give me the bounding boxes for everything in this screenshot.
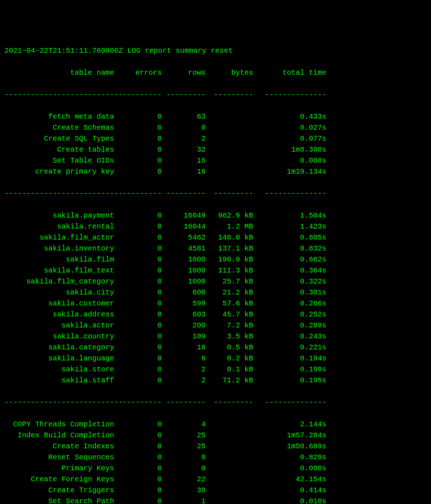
cell-name: sakila.actor [4,320,114,331]
cell-rows: 30 [162,485,206,496]
cell-bytes: 146.0 kB [206,232,253,243]
cell-bytes: 45.7 kB [206,309,253,320]
cell-bytes: 57.6 kB [206,298,253,309]
cell-errors: 0 [114,122,162,133]
section-tables: sakila.payment 0 16049 962.9 kB 1.504ssa… [4,210,427,386]
cell-bytes [206,474,253,485]
cell-errors: 0 [114,331,162,342]
cell-time: 0.199s [253,364,326,375]
cell-bytes [206,463,253,474]
cell-name: Create Triggers [4,485,114,496]
cell-time: 2.144s [253,419,326,430]
table-row: sakila.staff 0 2 71.2 kB 0.195s [4,375,427,386]
cell-rows: 32 [162,144,206,155]
header-errors: errors [114,67,162,78]
cell-rows: 4 [162,419,206,430]
cell-errors: 0 [114,342,162,353]
cell-time: 0.195s [253,375,326,386]
cell-rows: 0 [162,463,206,474]
cell-errors: 0 [114,463,162,474]
cell-name: sakila.country [4,331,114,342]
cell-errors: 0 [114,254,162,265]
header-row: table name errors rows bytes total time [4,67,427,78]
cell-errors: 0 [114,452,162,463]
cell-bytes: 71.2 kB [206,375,253,386]
cell-name: sakila.rental [4,221,114,232]
cell-rows: 599 [162,298,206,309]
cell-rows: 4581 [162,243,206,254]
cell-name: sakila.store [4,364,114,375]
cell-name: Index Build Completion [4,430,114,441]
cell-rows: 16049 [162,210,206,221]
cell-bytes: 21.2 kB [206,287,253,298]
cell-bytes: 962.9 kB [206,210,253,221]
table-row: sakila.payment 0 16049 962.9 kB 1.504s [4,210,427,221]
cell-errors: 0 [114,133,162,144]
cell-errors: 0 [114,276,162,287]
cell-time: 0.221s [253,342,326,353]
cell-time: 0.414s [253,485,326,496]
cell-errors: 0 [114,232,162,243]
cell-name: sakila.inventory [4,243,114,254]
cell-name: COPY Threads Completion [4,419,114,430]
cell-errors: 0 [114,419,162,430]
cell-time: 0.805s [253,232,326,243]
header-bytes: bytes [206,67,253,78]
cell-rows: 63 [162,111,206,122]
cell-rows: 0 [162,452,206,463]
section-post: COPY Threads Completion 0 4 2.144sIndex … [4,419,427,504]
table-row: Set Search Path 0 1 0.010s [4,496,427,504]
cell-rows: 16 [162,342,206,353]
cell-time: 0.662s [253,254,326,265]
cell-bytes [206,144,253,155]
cell-bytes [206,155,253,166]
cell-time: 1m19.134s [253,166,326,177]
cell-errors: 0 [114,265,162,276]
table-row: Create Indexes 0 25 1m50.689s [4,441,427,452]
cell-name: Create Foreign Keys [4,474,114,485]
table-row: Primary Keys 0 0 0.000s [4,463,427,474]
cell-bytes [206,452,253,463]
table-row: sakila.actor 0 200 7.2 kB 0.289s [4,320,427,331]
cell-rows: 200 [162,320,206,331]
section-setup: fetch meta data 0 63 0.433sCreate Schema… [4,111,427,177]
cell-rows: 109 [162,331,206,342]
cell-bytes [206,166,253,177]
cell-time: 0.252s [253,309,326,320]
cell-rows: 6 [162,353,206,364]
cell-rows: 1000 [162,276,206,287]
cell-bytes [206,122,253,133]
cell-errors: 0 [114,210,162,221]
cell-rows: 2 [162,375,206,386]
cell-time: 0.000s [253,463,326,474]
cell-bytes: 0.2 kB [206,353,253,364]
cell-time: 0.194s [253,353,326,364]
cell-errors: 0 [114,430,162,441]
cell-rows: 2 [162,364,206,375]
cell-rows: 1000 [162,254,206,265]
cell-rows: 0 [162,122,206,133]
cell-errors: 0 [114,144,162,155]
cell-time: 0.433s [253,111,326,122]
cell-name: sakila.film_actor [4,232,114,243]
table-row: Index Build Completion 0 25 1m57.284s [4,430,427,441]
header-name: table name [4,67,114,78]
cell-name: sakila.customer [4,298,114,309]
table-row: sakila.film_text 0 1000 111.3 kB 0.364s [4,265,427,276]
cell-bytes [206,496,253,504]
cell-time: 0.010s [253,496,326,504]
table-row: sakila.film_category 0 1000 25.7 kB 0.32… [4,276,427,287]
cell-errors: 0 [114,309,162,320]
table-row: Create Triggers 0 30 0.414s [4,485,427,496]
cell-time: 0.322s [253,276,326,287]
cell-name: sakila.category [4,342,114,353]
table-row: Create Foreign Keys 0 22 42.154s [4,474,427,485]
table-row: sakila.inventory 0 4581 137.1 kB 0.832s [4,243,427,254]
cell-bytes: 3.5 kB [206,331,253,342]
table-row: fetch meta data 0 63 0.433s [4,111,427,122]
cell-name: Reset Sequences [4,452,114,463]
table-row: sakila.language 0 6 0.2 kB 0.194s [4,353,427,364]
cell-time: 42.154s [253,474,326,485]
cell-rows: 600 [162,287,206,298]
table-row: sakila.film 0 1000 190.9 kB 0.662s [4,254,427,265]
